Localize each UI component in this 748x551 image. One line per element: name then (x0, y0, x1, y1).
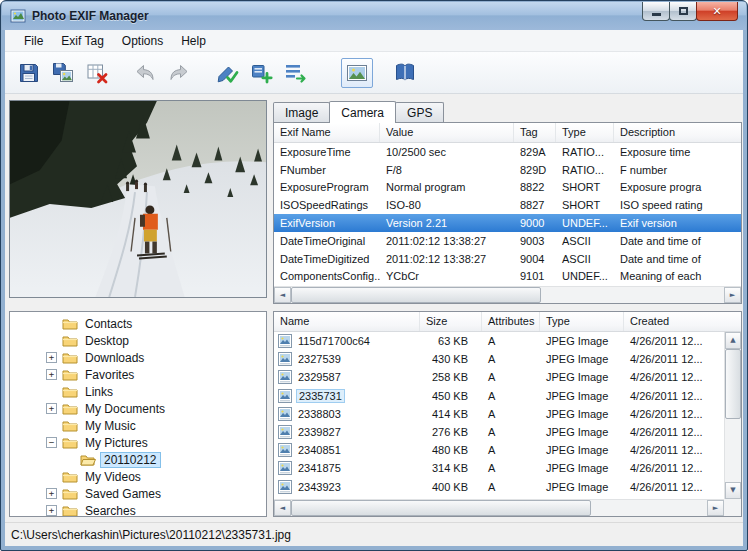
file-attributes-cell: A (482, 353, 540, 365)
tree-item-my-pictures[interactable]: −My Pictures (10, 434, 266, 451)
maximize-button[interactable] (669, 2, 697, 21)
tab-image[interactable]: Image (273, 102, 330, 122)
scroll-thumb[interactable] (291, 500, 591, 516)
save-exif-button[interactable] (13, 58, 45, 88)
file-col-header-size[interactable]: Size (420, 312, 482, 331)
file-vscrollbar[interactable]: ▲ ▼ (724, 332, 741, 499)
scroll-up-button[interactable]: ▲ (725, 332, 741, 349)
tree-expander-icon[interactable]: + (46, 369, 57, 380)
tree-item-label: My Documents (82, 402, 168, 416)
close-button[interactable]: ✕ (696, 2, 738, 21)
file-row-2341875[interactable]: 2341875314 KBAJPEG Image4/26/2011 12... (274, 459, 741, 477)
exif-col-header-exif-name[interactable]: Exif Name (274, 123, 380, 142)
tree-item-desktop[interactable]: Desktop (10, 332, 266, 349)
file-row-115d71700c64[interactable]: 115d71700c6463 KBAJPEG Image4/26/2011 12… (274, 332, 741, 350)
tree-item-contacts[interactable]: Contacts (10, 315, 266, 332)
exif-col-header-type[interactable]: Type (556, 123, 614, 142)
menu-item-file[interactable]: File (15, 30, 52, 51)
menu-item-help[interactable]: Help (172, 30, 215, 51)
file-type-cell: JPEG Image (540, 444, 624, 456)
tag-list-button[interactable] (279, 58, 311, 88)
exif-col-header-tag[interactable]: Tag (514, 123, 556, 142)
redo-button[interactable] (163, 58, 195, 88)
file-col-header-name[interactable]: Name (274, 312, 420, 331)
exif-row-exposureprogram[interactable]: ExposureProgramNormal program8822SHORTEx… (274, 179, 741, 197)
status-path: C:\Users\cherkashin\Pictures\20110212\23… (11, 528, 291, 542)
scroll-down-button[interactable]: ▼ (725, 482, 741, 499)
file-row-2329587[interactable]: 2329587258 KBAJPEG Image4/26/2011 12... (274, 368, 741, 386)
image-file-icon (278, 461, 292, 475)
exif-cell: RATIO... (556, 164, 614, 176)
file-row-2339827[interactable]: 2339827276 KBAJPEG Image4/26/2011 12... (274, 423, 741, 441)
view-image-button[interactable] (341, 58, 373, 88)
menu-item-options[interactable]: Options (113, 30, 172, 51)
tree-item-my-music[interactable]: My Music (10, 417, 266, 434)
edit-tag-button[interactable] (211, 58, 243, 88)
file-col-header-type[interactable]: Type (540, 312, 624, 331)
scroll-thumb[interactable] (725, 349, 741, 419)
exif-hscrollbar[interactable]: ◄ ► (274, 286, 741, 303)
help-button[interactable] (389, 58, 421, 88)
scroll-thumb[interactable] (291, 287, 541, 303)
exif-cell: 8822 (514, 181, 556, 193)
exif-row-fnumber[interactable]: FNumberF/8829DRATIO...F number (274, 161, 741, 179)
file-row-2343923[interactable]: 2343923400 KBAJPEG Image4/26/2011 12... (274, 478, 741, 496)
tree-item-searches[interactable]: +Searches (10, 502, 266, 517)
menu-item-exif-tag[interactable]: Exif Tag (52, 30, 112, 51)
undo-button[interactable] (129, 58, 161, 88)
tree-expander-icon[interactable]: + (46, 352, 57, 363)
file-name-label: 2343923 (296, 481, 343, 493)
tree-item-my-documents[interactable]: +My Documents (10, 400, 266, 417)
file-row-2338803[interactable]: 2338803414 KBAJPEG Image4/26/2011 12... (274, 405, 741, 423)
minimize-button[interactable] (642, 2, 670, 21)
exif-row-isospeedratings[interactable]: ISOSpeedRatingsISO-808827SHORTISO speed … (274, 196, 741, 214)
scroll-left-button[interactable]: ◄ (274, 287, 291, 303)
file-hscrollbar[interactable]: ◄ ► (274, 499, 724, 516)
image-file-icon (278, 443, 292, 457)
exif-row-exposuretime[interactable]: ExposureTime10/2500 sec829ARATIO...Expos… (274, 143, 741, 161)
exif-row-exifversion[interactable]: ExifVersionVersion 2.219000UNDEF...Exif … (274, 214, 741, 232)
titlebar[interactable]: Photo EXIF Manager ✕ (2, 2, 746, 30)
file-row-2340851[interactable]: 2340851480 KBAJPEG Image4/26/2011 12... (274, 441, 741, 459)
tab-gps[interactable]: GPS (395, 102, 444, 122)
tree-item-saved-games[interactable]: +Saved Games (10, 485, 266, 502)
exif-col-header-value[interactable]: Value (380, 123, 514, 142)
exif-col-header-description[interactable]: Description (614, 123, 741, 142)
tree-item-20110212[interactable]: 20110212 (10, 451, 266, 468)
file-attributes-cell: A (482, 444, 540, 456)
add-tag-button[interactable] (245, 58, 277, 88)
file-col-header-created[interactable]: Created (624, 312, 741, 331)
file-row-2335731[interactable]: 2335731450 KBAJPEG Image4/26/2011 12... (274, 387, 741, 405)
tree-item-links[interactable]: Links (10, 383, 266, 400)
scroll-right-button[interactable]: ► (707, 500, 724, 516)
folder-icon (62, 317, 78, 330)
tree-expander-icon[interactable]: − (46, 437, 57, 448)
tree-expander-icon[interactable]: + (46, 403, 57, 414)
file-name-label: 115d71700c64 (296, 335, 372, 347)
exif-tabs: ImageCameraGPS (273, 100, 443, 122)
tree-expander-icon[interactable]: + (46, 488, 57, 499)
help-icon (393, 61, 417, 85)
save-image-button[interactable] (47, 58, 79, 88)
tree-item-downloads[interactable]: +Downloads (10, 349, 266, 366)
add-tag-icon (249, 61, 273, 85)
exif-row-componentsconfig-[interactable]: ComponentsConfig...YCbCr9101UNDEF...Mean… (274, 268, 741, 286)
tree-item-my-videos[interactable]: My Videos (10, 468, 266, 485)
statusbar: C:\Users\cherkashin\Pictures\20110212\23… (5, 522, 743, 546)
folder-icon (62, 368, 78, 381)
exif-row-datetimeoriginal[interactable]: DateTimeOriginal2011:02:12 13:38:279003A… (274, 232, 741, 250)
tab-camera[interactable]: Camera (329, 101, 396, 123)
delete-exif-button[interactable] (81, 58, 113, 88)
tree-item-label: My Music (82, 419, 139, 433)
save-image-icon (51, 61, 75, 85)
exif-row-datetimedigitized[interactable]: DateTimeDigitized2011:02:12 13:38:279004… (274, 250, 741, 268)
exif-rows: ExposureTime10/2500 sec829ARATIO...Expos… (274, 143, 741, 285)
scroll-left-button[interactable]: ◄ (274, 500, 291, 516)
file-row-2327539[interactable]: 2327539430 KBAJPEG Image4/26/2011 12... (274, 350, 741, 368)
minimize-icon (652, 13, 661, 16)
tree-item-favorites[interactable]: +Favorites (10, 366, 266, 383)
scroll-right-button[interactable]: ► (724, 287, 741, 303)
tree-expander-icon[interactable]: + (46, 505, 57, 516)
delete-exif-icon (85, 61, 109, 85)
file-col-header-attributes[interactable]: Attributes (482, 312, 540, 331)
